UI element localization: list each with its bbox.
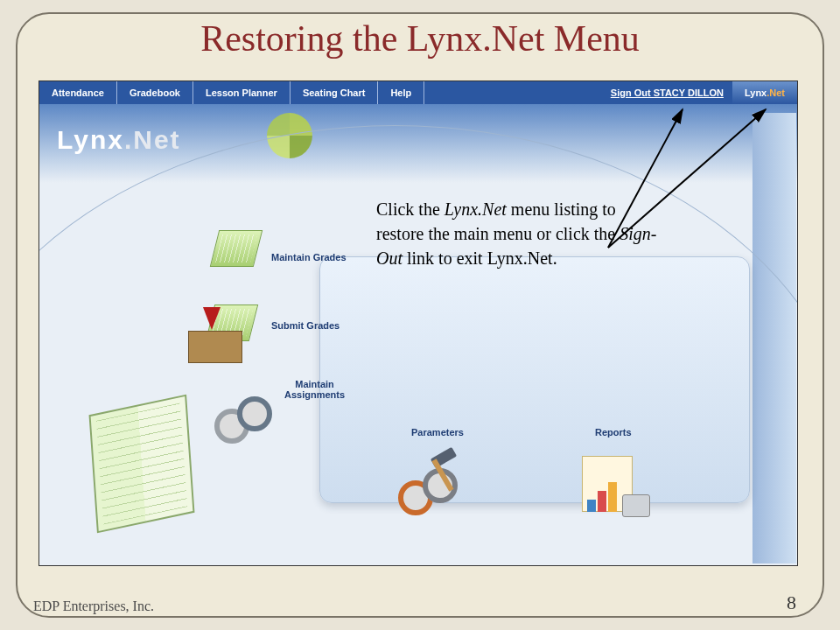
app-screenshot: Attendance Gradebook Lesson Planner Seat… [38,80,798,566]
callout-p3: link to exit Lynx.Net. [402,248,557,268]
slide: Restoring the Lynx.Net Menu Attendance G… [0,0,840,630]
footer-company: EDP Enterprises, Inc. [33,598,154,614]
callout-text: Click the Lynx.Net menu listing to resto… [376,197,665,270]
slide-title: Restoring the Lynx.Net Menu [0,18,840,60]
annotation-arrows [39,81,797,565]
callout-p1: Click the [376,200,444,219]
page-number: 8 [787,592,796,614]
callout-em1: Lynx.Net [444,200,511,219]
